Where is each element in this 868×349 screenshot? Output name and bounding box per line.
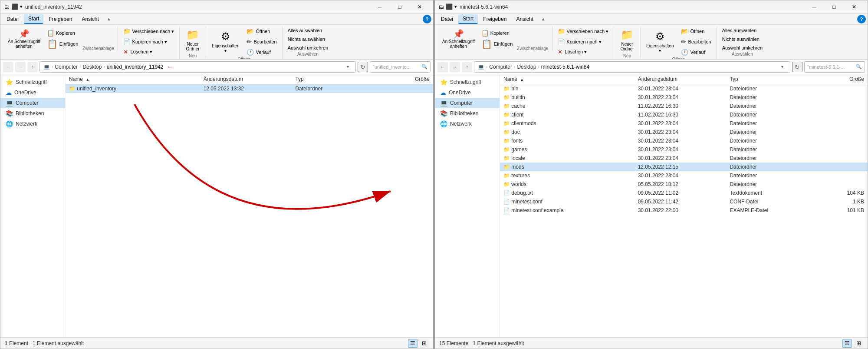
left-sidebar-onedrive[interactable]: ☁ OneDrive	[0, 87, 65, 98]
right-col-size-header[interactable]: Größe	[818, 76, 868, 82]
left-sidebar-bibliotheken[interactable]: 📚 Bibliotheken	[0, 108, 65, 119]
right-refresh-button[interactable]: ↻	[792, 62, 802, 72]
right-file-row-4[interactable]: 📁 clientmods30.01.2022 23:04Dateiordner	[500, 119, 868, 128]
right-sidebar-computer[interactable]: 💻 Computer	[435, 98, 500, 108]
left-sidebar-netzwerk[interactable]: 🌐 Netzwerk	[0, 119, 65, 129]
right-maximize-button[interactable]: □	[824, 0, 844, 13]
right-file-row-5[interactable]: 📁 doc30.01.2022 23:04Dateiordner	[500, 128, 868, 136]
right-col-date-header[interactable]: Änderungsdatum	[635, 76, 727, 82]
left-file-row-0[interactable]: 📁 unified_inventory 12.05.2022 13:32 Dat…	[66, 84, 433, 93]
left-col-type-header[interactable]: Typ	[292, 76, 384, 82]
left-menu-datei[interactable]: Datei	[2, 15, 23, 23]
left-maximize-button[interactable]: □	[390, 0, 410, 13]
left-select-none-button[interactable]: Nichts auswählen	[285, 35, 331, 43]
right-forward-button[interactable]: →	[450, 62, 460, 72]
right-pin-button[interactable]: 📌 An Schnellzugriffanheften	[439, 27, 478, 51]
right-col-type-header[interactable]: Typ	[726, 76, 818, 82]
right-sidebar-bibliotheken[interactable]: 📚 Bibliotheken	[435, 108, 500, 119]
right-copy-to-button[interactable]: 📄Kopieren nach ▾	[555, 37, 612, 47]
left-move-to-button[interactable]: 📁Verschieben nach ▾	[121, 27, 177, 36]
right-select-all-button[interactable]: Alles auswählen	[720, 27, 766, 34]
left-ribbon-collapse[interactable]: ▲	[104, 16, 114, 22]
left-address-dropdown[interactable]: ▾	[343, 61, 352, 73]
left-sidebar-schnellzugriff[interactable]: ⭐ Schnellzugriff	[0, 77, 65, 87]
right-file-row-10[interactable]: 📁 textures30.01.2022 23:04Dateiordner	[500, 171, 868, 180]
left-copy-button[interactable]: 📋Kopieren	[44, 28, 81, 38]
left-close-button[interactable]: ✕	[410, 0, 430, 13]
right-file-row-6[interactable]: 📁 fonts30.01.2022 23:04Dateiordner	[500, 136, 868, 145]
right-file-row-14[interactable]: 📄 minetest.conf.example30.01.2022 22:00E…	[500, 206, 868, 215]
left-paste-button[interactable]: 📋Einfügen	[44, 38, 81, 50]
right-copy-button[interactable]: 📋Kopieren	[479, 28, 515, 38]
right-menu-start[interactable]: Start	[458, 14, 478, 24]
left-select-all-button[interactable]: Alles auswählen	[285, 27, 331, 34]
left-menu-freigeben[interactable]: Freigeben	[44, 15, 76, 23]
right-view-list-button[interactable]: ☰	[842, 339, 852, 348]
left-sidebar-computer[interactable]: 💻 Computer	[0, 98, 65, 108]
right-menu-datei[interactable]: Datei	[437, 15, 457, 23]
right-address-dropdown[interactable]: ▾	[778, 61, 786, 73]
right-sidebar-schnellzugriff[interactable]: ⭐ Schnellzugriff	[435, 77, 500, 87]
right-paste-button[interactable]: 📋Einfügen	[479, 38, 515, 50]
right-history-button[interactable]: 🕐Verlauf	[678, 47, 713, 57]
right-delete-button[interactable]: ✕Löschen ▾	[555, 47, 612, 57]
right-file-row-2[interactable]: 📁 cache11.02.2022 16:30Dateiordner	[500, 102, 868, 110]
right-edit-button[interactable]: ✏Bearbeiten	[678, 37, 713, 47]
left-pin-button[interactable]: 📌 An Schnellzugriffanheften	[5, 27, 43, 51]
left-back-button[interactable]: ←	[3, 62, 13, 72]
left-col-date-header[interactable]: Änderungsdatum	[200, 76, 292, 82]
right-sidebar-onedrive-icon: ☁	[440, 89, 446, 96]
left-open-button[interactable]: 📂Öffnen	[244, 27, 279, 36]
left-forward-button[interactable]: →	[15, 62, 26, 72]
right-new-folder-button[interactable]: 📁 NeuerOrdner	[617, 27, 638, 53]
right-menu-freigeben[interactable]: Freigeben	[479, 15, 511, 23]
right-file-row-8[interactable]: 📁 locale30.01.2022 23:04Dateiordner	[500, 154, 868, 163]
right-file-row-12[interactable]: 📄 debug.txt09.05.2022 11:02Textdokument1…	[500, 189, 868, 197]
right-file-row-9[interactable]: 📁 mods12.05.2022 12:15Dateiordner	[500, 163, 868, 171]
left-view-list-button[interactable]: ☰	[408, 339, 418, 348]
right-invert-button[interactable]: Auswahl umkehren	[720, 44, 766, 52]
left-new-folder-button[interactable]: 📁 NeuerOrdner	[182, 27, 203, 53]
left-history-button[interactable]: 🕐Verlauf	[244, 47, 279, 57]
right-address-path[interactable]: 💻 › Computer › Desktop › minetest-5.6.1-…	[474, 61, 790, 73]
right-col-name-header[interactable]: Name ▲	[500, 76, 635, 82]
right-up-button[interactable]: ↑	[462, 62, 472, 72]
left-delete-button[interactable]: ✕Löschen ▾	[121, 47, 177, 57]
right-properties-button[interactable]: ⚙ Eigenschaften▾	[643, 28, 677, 55]
left-refresh-button[interactable]: ↻	[358, 62, 368, 72]
right-select-none-button[interactable]: Nichts auswählen	[720, 35, 766, 43]
right-file-row-7[interactable]: 📁 games30.01.2022 23:04Dateiordner	[500, 145, 868, 154]
right-file-row-3[interactable]: 📁 client11.02.2022 16:30Dateiordner	[500, 110, 868, 119]
right-sidebar-onedrive[interactable]: ☁ OneDrive	[435, 87, 500, 98]
right-search-box[interactable]: "minetest-5.6.1-... 🔍	[804, 61, 865, 73]
right-help-button[interactable]: ?	[857, 15, 866, 23]
right-file-row-11[interactable]: 📁 worlds05.05.2022 18:12Dateiordner	[500, 180, 868, 189]
right-file-row-1[interactable]: 📁 builtin30.01.2022 23:04Dateiordner	[500, 93, 868, 102]
right-minimize-button[interactable]: ─	[804, 0, 824, 13]
left-menu-start[interactable]: Start	[24, 14, 43, 24]
right-ribbon-collapse[interactable]: ▲	[539, 16, 548, 22]
right-sidebar-netzwerk[interactable]: 🌐 Netzwerk	[435, 119, 500, 129]
left-invert-button[interactable]: Auswahl umkehren	[285, 44, 331, 52]
left-view-details-button[interactable]: ⊞	[419, 339, 429, 348]
right-menu-ansicht[interactable]: Ansicht	[512, 15, 537, 23]
right-file-row-0[interactable]: 📁 bin30.01.2022 23:04Dateiordner	[500, 84, 868, 93]
right-back-button[interactable]: ←	[437, 62, 448, 72]
right-move-to-button[interactable]: 📁Verschieben nach ▾	[555, 27, 612, 36]
right-file-row-13[interactable]: 📄 minetest.conf09.05.2022 11:42CONF-Date…	[500, 197, 868, 206]
right-view-details-button[interactable]: ⊞	[854, 339, 863, 348]
left-menu-ansicht[interactable]: Ansicht	[77, 15, 103, 23]
left-address-path[interactable]: 💻 › Computer › Desktop › unified_invento…	[39, 61, 356, 73]
left-help-button[interactable]: ?	[423, 15, 431, 23]
left-search-box[interactable]: "unified_invento... 🔍	[370, 61, 431, 73]
left-properties-button[interactable]: ⚙ Eigenschaften▾	[209, 28, 242, 55]
right-file-name-0: 📁 bin	[500, 86, 635, 92]
left-col-size-header[interactable]: Größe	[384, 76, 433, 82]
left-edit-button[interactable]: ✏Bearbeiten	[244, 37, 279, 47]
left-up-button[interactable]: ↑	[27, 62, 38, 72]
left-minimize-button[interactable]: ─	[370, 0, 390, 13]
right-open-button[interactable]: 📂Öffnen	[678, 27, 713, 36]
left-col-name-header[interactable]: Name ▲	[66, 76, 200, 82]
right-close-button[interactable]: ✕	[844, 0, 864, 13]
left-copy-to-button[interactable]: 📄Kopieren nach ▾	[121, 37, 177, 47]
